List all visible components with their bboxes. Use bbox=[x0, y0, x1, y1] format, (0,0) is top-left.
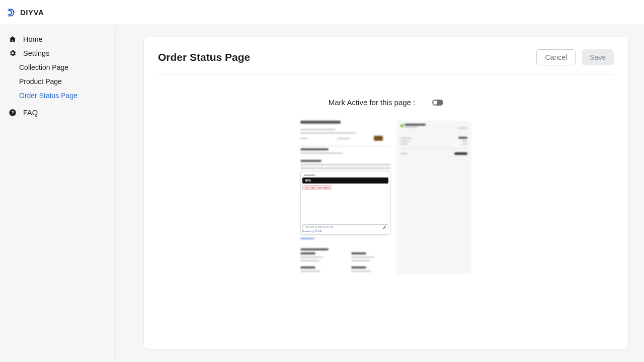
nav-sub-product[interactable]: Product Page bbox=[0, 74, 115, 88]
brand-logo-icon bbox=[7, 8, 16, 17]
active-toggle-row: Mark Active for this page : bbox=[158, 98, 614, 107]
mic-icon: 🎤 bbox=[383, 225, 386, 229]
nav-faq-label: FAQ bbox=[23, 109, 38, 117]
brand-text: DIYVA bbox=[20, 8, 44, 17]
preview-nps-header: NPS bbox=[302, 177, 388, 184]
nav-home[interactable]: Home bbox=[0, 32, 115, 46]
nav-settings[interactable]: Settings bbox=[0, 46, 115, 60]
main-area: Order Status Page Cancel Save Mark Activ… bbox=[116, 25, 644, 362]
action-buttons: Cancel Save bbox=[536, 49, 614, 65]
svg-text:?: ? bbox=[11, 110, 14, 115]
preview-feedback-label: Feedback bbox=[302, 173, 388, 177]
preview-chat-input: Type here or click on the mic 🎤 bbox=[302, 224, 388, 229]
active-toggle[interactable] bbox=[432, 100, 443, 106]
nav-sub-collection[interactable]: Collection Page bbox=[0, 60, 115, 74]
cancel-button[interactable]: Cancel bbox=[536, 49, 576, 65]
settings-card: Order Status Page Cancel Save Mark Activ… bbox=[144, 37, 628, 349]
card-body: Mark Active for this page : bbox=[158, 75, 614, 274]
nav-home-label: Home bbox=[23, 35, 43, 43]
card-header: Order Status Page Cancel Save bbox=[158, 49, 614, 75]
home-icon bbox=[8, 35, 17, 43]
question-circle-icon: ? bbox=[8, 109, 17, 117]
page-preview: Feedback NPS Say "Start" to get started … bbox=[300, 121, 471, 274]
nav-sub-order-status[interactable]: Order Status Page bbox=[0, 88, 115, 103]
nav-settings-label: Settings bbox=[23, 49, 49, 57]
nav-faq[interactable]: ? FAQ bbox=[0, 106, 115, 120]
app-header: DIYVA bbox=[0, 0, 644, 25]
brand: DIYVA bbox=[7, 8, 49, 17]
page-title: Order Status Page bbox=[158, 51, 250, 63]
preview-powered-by: Powered by DIYVA bbox=[302, 230, 388, 233]
save-button[interactable]: Save bbox=[582, 49, 614, 65]
active-toggle-label: Mark Active for this page : bbox=[329, 98, 416, 107]
gear-icon bbox=[8, 49, 17, 57]
sidebar: Home Settings Collection Page Product Pa… bbox=[0, 25, 116, 362]
preview-start-chip: Say "Start" to get started bbox=[302, 185, 332, 190]
preview-feedback-widget: Feedback NPS Say "Start" to get started … bbox=[300, 171, 390, 235]
